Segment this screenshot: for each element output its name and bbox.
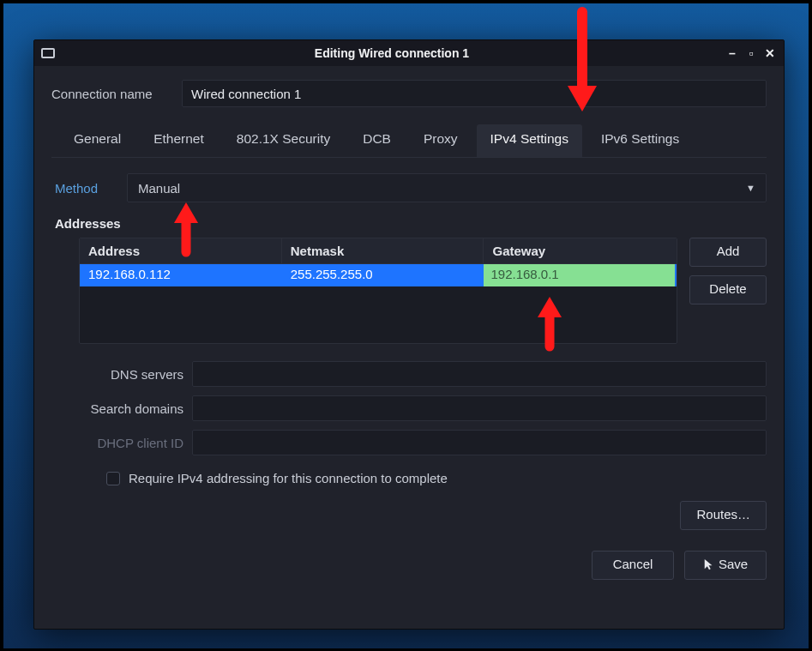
method-row: Method Manual ▼ <box>51 173 767 216</box>
dhcp-client-id-row: DHCP client ID <box>75 430 767 455</box>
search-domains-label: Search domains <box>75 401 183 416</box>
close-button[interactable]: ✕ <box>761 46 779 60</box>
tab-proxy[interactable]: Proxy <box>410 124 472 157</box>
connection-name-row: Connection name <box>51 80 767 107</box>
addresses-table[interactable]: Address Netmask Gateway 192.168.0.112 25… <box>79 238 677 344</box>
cursor-icon <box>703 558 715 570</box>
method-label: Method <box>55 181 115 196</box>
col-address[interactable]: Address <box>80 238 282 264</box>
dns-input[interactable] <box>192 361 767 387</box>
addresses-header-row: Address Netmask Gateway <box>80 238 677 264</box>
method-value: Manual <box>138 181 180 196</box>
delete-address-button[interactable]: Delete <box>689 275 767 304</box>
lower-fields: DNS servers Search domains DHCP client I… <box>51 344 767 530</box>
routes-button[interactable]: Routes… <box>680 501 767 530</box>
save-button-label: Save <box>719 557 748 571</box>
cancel-button[interactable]: Cancel <box>592 551 674 580</box>
dhcp-client-id-label: DHCP client ID <box>75 436 183 450</box>
require-ipv4-label: Require IPv4 addressing for this connect… <box>129 471 448 485</box>
titlebar[interactable]: Editing Wired connection 1 – ▫ ✕ <box>34 40 784 66</box>
connection-name-label: Connection name <box>51 87 170 101</box>
tab-8021x[interactable]: 802.1X Security <box>223 124 344 157</box>
require-ipv4-checkbox[interactable] <box>106 472 120 485</box>
add-address-button[interactable]: Add <box>689 238 767 267</box>
cell-gateway-editing[interactable]: 192.168.0.1 <box>484 264 675 286</box>
background-tagline: BY OFFENSIVE SECURITY <box>3 629 809 642</box>
app-icon <box>41 48 55 58</box>
tab-bar: General Ethernet 802.1X Security DCB Pro… <box>51 119 767 158</box>
chevron-down-icon: ▼ <box>746 183 755 193</box>
minimize-button[interactable]: – <box>724 46 741 60</box>
require-ipv4-row: Require IPv4 addressing for this connect… <box>75 464 767 485</box>
dialog-actions: Cancel Save <box>51 530 767 580</box>
table-row[interactable]: 192.168.0.112 255.255.255.0 192.168.0.1 <box>80 264 677 286</box>
cell-address[interactable]: 192.168.0.112 <box>80 264 282 286</box>
desktop-background: BY OFFENSIVE SECURITY Editing Wired conn… <box>0 0 812 651</box>
addresses-heading: Addresses <box>55 216 767 231</box>
save-button[interactable]: Save <box>684 551 767 580</box>
tab-ipv4-settings[interactable]: IPv4 Settings <box>477 124 582 157</box>
connection-name-input[interactable] <box>182 80 767 107</box>
nm-connection-editor-dialog: Editing Wired connection 1 – ▫ ✕ Connect… <box>33 39 785 630</box>
search-domains-input[interactable] <box>192 395 767 421</box>
tab-ipv6-settings[interactable]: IPv6 Settings <box>587 124 693 157</box>
search-domains-row: Search domains <box>75 395 767 421</box>
tab-general[interactable]: General <box>60 124 135 157</box>
addresses-buttons: Add Delete <box>689 238 767 304</box>
dns-label: DNS servers <box>75 367 183 382</box>
maximize-button[interactable]: ▫ <box>743 46 760 60</box>
dns-row: DNS servers <box>75 361 767 387</box>
addresses-section: Addresses Address Netmask Gateway 192.16… <box>51 216 767 344</box>
dhcp-client-id-input[interactable] <box>192 430 767 455</box>
method-dropdown[interactable]: Manual ▼ <box>127 173 767 202</box>
col-netmask[interactable]: Netmask <box>282 238 484 264</box>
tab-ethernet[interactable]: Ethernet <box>140 124 218 157</box>
tab-dcb[interactable]: DCB <box>349 124 405 157</box>
dialog-body: Connection name General Ethernet 802.1X … <box>34 66 784 629</box>
col-gateway[interactable]: Gateway <box>484 238 677 264</box>
window-title: Editing Wired connection 1 <box>60 46 724 60</box>
cell-netmask[interactable]: 255.255.255.0 <box>282 264 484 286</box>
